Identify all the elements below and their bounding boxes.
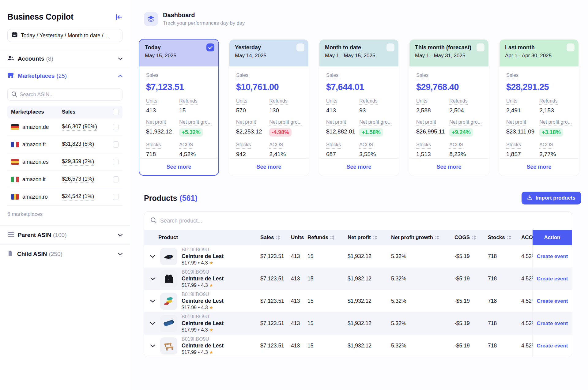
expand-row-icon[interactable]	[150, 277, 156, 280]
units-label: Units	[326, 98, 337, 105]
product-row: B019IIBO9U Ceinture de Lest $17.99 • 4.3…	[144, 312, 572, 335]
see-more-link[interactable]: See more	[526, 164, 551, 170]
marketplace-checkbox[interactable]	[113, 159, 119, 165]
marketplace-row: amazon.fr $31,823 (5%)	[7, 136, 123, 153]
metric-card-this-month-forecast[interactable]: This month (forecast) May 1 - May 31, 20…	[409, 39, 489, 176]
cell-units: 413	[291, 298, 307, 304]
parent-asin-count: (100)	[53, 232, 66, 238]
units-value: 2,491	[506, 107, 537, 114]
import-products-button[interactable]: Import products	[522, 192, 581, 204]
cell-sales: $7,123.51	[260, 298, 291, 304]
card-checkbox[interactable]	[296, 43, 304, 51]
sales-label: Sales	[506, 73, 518, 79]
marketplace-name: amazon.it	[22, 176, 46, 183]
sidebar-item-child-asin[interactable]: Child ASIN(250)	[0, 244, 130, 263]
stocks-value: 718	[146, 151, 177, 158]
sales-value: $10,761.00	[236, 82, 302, 92]
date-range-selector[interactable]: Today / Yesterday / Month to date / ...	[7, 29, 123, 42]
cell-units: 413	[291, 320, 307, 327]
col-net-profit[interactable]: Net profit	[348, 234, 391, 241]
product-row: B019IIBO9U Ceinture de Lest $17.99 • 4.3…	[144, 335, 572, 357]
see-more-link[interactable]: See more	[346, 164, 371, 170]
card-checkbox[interactable]	[386, 43, 394, 51]
asin-search-input[interactable]	[20, 92, 119, 98]
star-icon: ★	[209, 283, 213, 288]
import-products-label: Import products	[536, 195, 575, 201]
see-more-link[interactable]: See more	[256, 164, 281, 170]
marketplace-checkbox[interactable]	[113, 141, 119, 148]
product-price-rating: $17.99 • 4.3	[182, 283, 208, 288]
net-profit-label: Net profit	[146, 119, 166, 126]
units-label: Units	[506, 98, 517, 105]
card-checkbox[interactable]	[567, 43, 575, 51]
cell-refunds: 15	[307, 320, 348, 327]
units-value: 413	[326, 107, 357, 114]
collapse-sidebar-icon[interactable]	[115, 14, 123, 21]
main-content: Dashboard Track your performances day by…	[130, 0, 588, 390]
units-value: 2,588	[416, 107, 447, 114]
expand-row-icon[interactable]	[150, 322, 156, 325]
expand-row-icon[interactable]	[150, 255, 156, 258]
parent-asin-icon	[7, 232, 14, 238]
card-checkbox[interactable]	[477, 43, 484, 51]
sort-icon	[507, 235, 511, 240]
marketplace-row: amazon.es $29,359 (2%)	[7, 153, 123, 171]
acos-value: 4,52%	[179, 151, 212, 158]
marketplace-sales: $24,542 (1%)	[62, 193, 94, 201]
marketplace-checkbox[interactable]	[113, 176, 119, 182]
sidebar-item-marketplaces[interactable]: Marketplaces(25)	[0, 67, 130, 84]
product-image	[160, 270, 177, 287]
product-row: B019IIBO9U Ceinture de Lest $17.99 • 4.3…	[144, 245, 572, 268]
col-stocks[interactable]: Stocks	[488, 234, 521, 241]
metric-card-today[interactable]: Today May 15, 2025 Sales $7,123.51 Units…	[139, 39, 219, 176]
create-event-link[interactable]: Create event	[537, 276, 568, 282]
create-event-link[interactable]: Create event	[537, 298, 568, 304]
refunds-label: Refunds	[449, 98, 468, 105]
sidebar-item-accounts[interactable]: Accounts(8)	[0, 50, 130, 67]
metric-card-month-to-date[interactable]: Month to date May 1 - May 15, 2025 Sales…	[319, 39, 399, 176]
marketplace-checkbox[interactable]	[113, 194, 119, 200]
net-profit-growth-label: Net profit gro...	[359, 119, 392, 126]
col-net-profit-growth[interactable]: Net profit growth	[391, 234, 454, 241]
chevron-down-icon	[118, 251, 123, 257]
flag-ro-icon	[11, 194, 19, 200]
col-units[interactable]: Units	[291, 234, 307, 241]
product-search[interactable]	[144, 212, 572, 230]
metric-card-last-month[interactable]: Last month Apr 1 - Apr 30, 2025 Sales $2…	[499, 39, 579, 176]
product-name: Ceinture de Lest	[182, 276, 224, 282]
create-event-link[interactable]: Create event	[537, 343, 568, 349]
metric-card-yesterday[interactable]: Yesterday May 14, 2025 Sales $10,761.00 …	[229, 39, 309, 176]
sales-label: Sales	[146, 73, 158, 79]
col-sales[interactable]: Sales	[260, 234, 291, 241]
metric-cards: Today May 15, 2025 Sales $7,123.51 Units…	[139, 39, 588, 176]
see-more-link[interactable]: See more	[166, 164, 191, 170]
expand-row-icon[interactable]	[150, 300, 156, 303]
sidebar-item-parent-asin[interactable]: Parent ASIN(100)	[0, 225, 130, 244]
units-value: 570	[236, 107, 267, 114]
product-search-input[interactable]	[160, 218, 566, 224]
card-checkbox[interactable]	[206, 43, 214, 51]
marketplaces-footer: 6 marketplaces	[7, 206, 123, 223]
search-icon	[11, 91, 17, 98]
marketplace-sales: $31,823 (5%)	[62, 141, 94, 148]
see-more-link[interactable]: See more	[436, 164, 461, 170]
products-header: Products(561) Import products	[144, 192, 581, 204]
refunds-value: 15	[179, 107, 212, 114]
marketplace-name: amazon.ro	[22, 194, 48, 200]
select-all-checkbox[interactable]	[113, 109, 119, 115]
refunds-value: 2,153	[539, 107, 572, 114]
marketplace-checkbox[interactable]	[113, 124, 119, 130]
col-cogs[interactable]: COGS	[454, 234, 488, 241]
col-refunds[interactable]: Refunds	[307, 234, 348, 241]
refunds-label: Refunds	[269, 98, 288, 105]
expand-row-icon[interactable]	[150, 344, 156, 347]
units-value: 413	[146, 107, 177, 114]
sales-value: $7,123.51	[146, 82, 212, 92]
cell-cogs: -$5.19	[454, 298, 488, 304]
create-event-link[interactable]: Create event	[537, 321, 568, 327]
create-event-link[interactable]: Create event	[537, 253, 568, 260]
asin-search[interactable]	[7, 88, 123, 101]
product-image	[160, 337, 177, 354]
products-count: (561)	[179, 194, 197, 202]
col-product[interactable]: Product	[144, 230, 260, 245]
